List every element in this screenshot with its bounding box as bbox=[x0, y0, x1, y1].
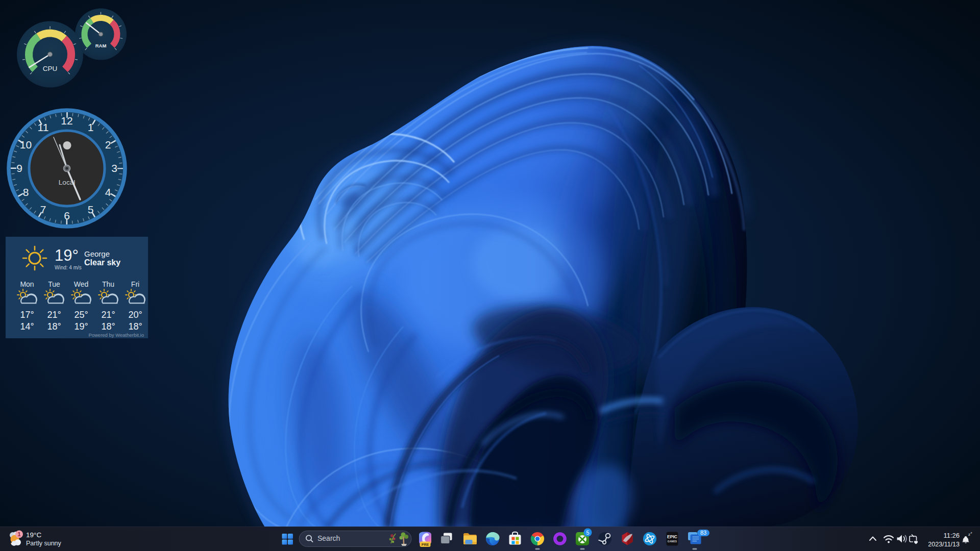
svg-text:GAMES: GAMES bbox=[668, 540, 677, 543]
svg-text:3: 3 bbox=[111, 162, 117, 174]
svg-text:10: 10 bbox=[20, 139, 32, 151]
svg-text:83: 83 bbox=[700, 530, 706, 536]
svg-text:5: 5 bbox=[586, 530, 589, 536]
svg-text:2: 2 bbox=[105, 139, 111, 151]
svg-text:4: 4 bbox=[105, 186, 111, 198]
svg-text:EPIC: EPIC bbox=[667, 534, 677, 539]
svg-text:z: z bbox=[971, 531, 972, 534]
svg-text:8: 8 bbox=[23, 186, 29, 198]
svg-text:5: 5 bbox=[88, 204, 94, 215]
svg-text:1: 1 bbox=[17, 531, 20, 537]
svg-text:PRE: PRE bbox=[422, 543, 429, 546]
svg-text:6: 6 bbox=[64, 210, 70, 221]
svg-text:RAM: RAM bbox=[95, 43, 107, 48]
svg-text:CPU: CPU bbox=[43, 65, 58, 72]
svg-text:9: 9 bbox=[16, 162, 22, 174]
svg-text:z: z bbox=[968, 532, 970, 537]
svg-text:1: 1 bbox=[88, 121, 94, 133]
svg-text:12: 12 bbox=[61, 115, 72, 127]
svg-text:11: 11 bbox=[38, 121, 49, 133]
svg-text:7: 7 bbox=[40, 204, 46, 215]
